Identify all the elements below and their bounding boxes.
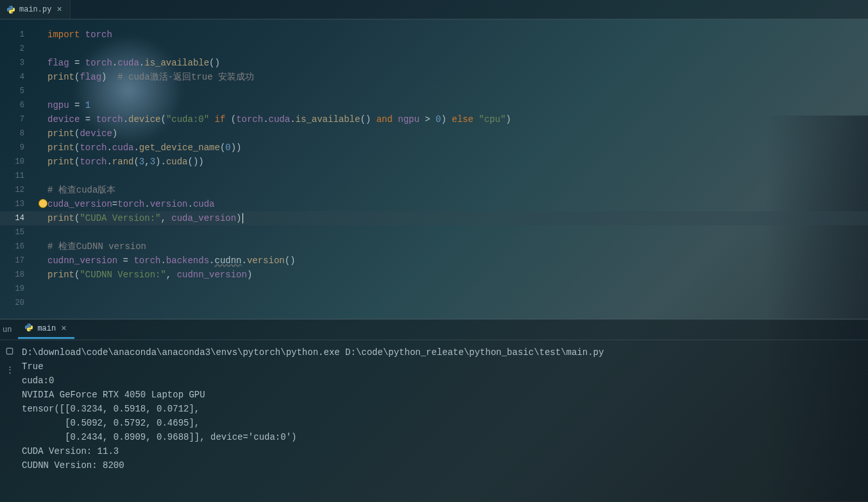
line-number: 3 <box>0 56 35 70</box>
code-line[interactable]: 7device = torch.device("cuda:0" if (torc… <box>0 112 868 126</box>
code-content: print(device) <box>35 126 868 141</box>
code-content: print("CUDA Version:", cuda_version) <box>35 211 868 225</box>
code-content: device = torch.device("cuda:0" if (torch… <box>35 112 868 126</box>
code-line[interactable]: 9print(torch.cuda.get_device_name(0)) <box>0 141 868 155</box>
code-line[interactable]: 4print(flag) # cuda激活-返回true 安装成功 <box>0 70 868 84</box>
line-number: 19 <box>0 282 35 296</box>
code-content: cudnn_version = torch.backends.cudnn.ver… <box>35 254 868 268</box>
code-line[interactable]: 14print("CUDA Version:", cuda_version) <box>0 211 868 225</box>
code-line[interactable]: 15 <box>0 225 868 239</box>
code-line[interactable]: 16# 检查CuDNN version <box>0 239 868 254</box>
line-number: 10 <box>0 155 35 169</box>
line-number: 12 <box>0 183 35 197</box>
line-number: 8 <box>0 126 35 141</box>
line-number: 7 <box>0 112 35 126</box>
python-file-icon <box>6 5 15 14</box>
line-number: 15 <box>0 225 35 239</box>
run-tool-window: un main × ⋮ D:\download\code\anaconda\an… <box>0 319 868 502</box>
code-line[interactable]: 17cudnn_version = torch.backends.cudnn.v… <box>0 254 868 268</box>
code-line[interactable]: 2 <box>0 42 868 56</box>
line-number: 11 <box>0 169 35 183</box>
run-tab-bar: un main × <box>0 320 868 340</box>
code-line[interactable]: 20 <box>0 296 868 310</box>
line-number: 2 <box>0 42 35 56</box>
line-number: 17 <box>0 254 35 268</box>
line-number: 1 <box>0 28 35 42</box>
run-panel-title: un <box>1 325 15 334</box>
console-output[interactable]: D:\download\code\anaconda\anaconda3\envs… <box>19 340 868 502</box>
code-content: # 检查CuDNN version <box>35 239 868 254</box>
expand-icon[interactable] <box>3 344 17 358</box>
python-file-icon <box>24 323 33 334</box>
code-line[interactable]: 5 <box>0 84 868 98</box>
code-content: print(torch.cuda.get_device_name(0)) <box>35 141 868 155</box>
code-line[interactable]: 8print(device) <box>0 126 868 141</box>
line-number: 13 <box>0 197 35 211</box>
code-line[interactable]: 18print("CUDNN Version:", cudnn_version) <box>0 268 868 282</box>
run-tab-close-button[interactable]: × <box>60 324 67 333</box>
code-content: # 检查cuda版本 <box>35 183 868 197</box>
code-line[interactable]: 1import torch <box>0 28 868 42</box>
code-content: print(torch.rand(3,3).cuda()) <box>35 155 868 169</box>
line-number: 4 <box>0 70 35 84</box>
code-line[interactable]: 12# 检查cuda版本 <box>0 183 868 197</box>
code-content: print(flag) # cuda激活-返回true 安装成功 <box>35 70 868 84</box>
run-tab-label: main <box>37 324 56 333</box>
run-tab-main[interactable]: main × <box>18 320 74 339</box>
line-number: 20 <box>0 296 35 310</box>
code-content: import torch <box>35 28 868 42</box>
code-editor[interactable]: 1import torch23flag = torch.cuda.is_avai… <box>0 19 868 319</box>
svg-rect-0 <box>6 348 12 354</box>
code-line[interactable]: 19 <box>0 282 868 296</box>
code-line[interactable]: 10print(torch.rand(3,3).cuda()) <box>0 155 868 169</box>
editor-tab-main[interactable]: main.py × <box>0 0 71 19</box>
code-line[interactable]: 11 <box>0 169 868 183</box>
line-number: 5 <box>0 84 35 98</box>
editor-tab-label: main.py <box>19 5 51 14</box>
code-content: flag = torch.cuda.is_available() <box>35 56 868 70</box>
tab-close-button[interactable]: × <box>55 5 63 14</box>
intention-bulb-icon[interactable] <box>38 199 47 208</box>
code-content: print("CUDNN Version:", cudnn_version) <box>35 268 868 282</box>
line-number: 16 <box>0 239 35 254</box>
code-line[interactable]: 6ngpu = 1 <box>0 98 868 112</box>
line-number: 6 <box>0 98 35 112</box>
more-actions-button[interactable]: ⋮ <box>1 363 19 376</box>
line-number: 14 <box>0 211 35 225</box>
editor-tab-bar: main.py × <box>0 0 868 19</box>
code-content: ngpu = 1 <box>35 98 868 112</box>
code-line[interactable]: 3flag = torch.cuda.is_available() <box>0 56 868 70</box>
line-number: 9 <box>0 141 35 155</box>
line-number: 18 <box>0 268 35 282</box>
run-toolbar: ⋮ <box>0 340 19 502</box>
code-line[interactable]: 13cuda_version=torch.version.cuda <box>0 197 868 211</box>
code-content: cuda_version=torch.version.cuda <box>35 197 868 211</box>
